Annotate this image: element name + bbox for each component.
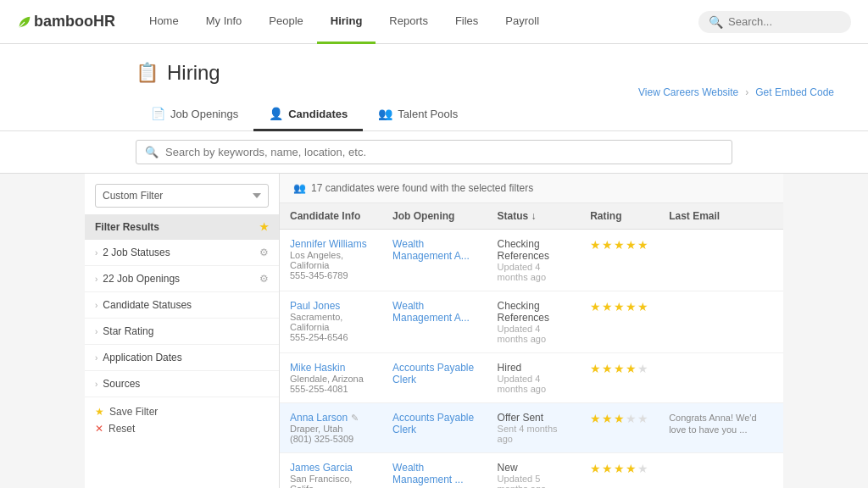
filter-job-openings[interactable]: › 22 Job Openings ⚙ [85, 266, 279, 292]
candidate-phone: 555-345-6789 [290, 270, 372, 280]
reset-label: Reset [108, 423, 135, 435]
candidate-phone: 555-255-4081 [290, 384, 372, 394]
star-1: ★ [590, 300, 601, 313]
filter-star-icon[interactable]: ★ [259, 221, 269, 233]
filter-job-statuses[interactable]: › 2 Job Statuses ⚙ [85, 240, 279, 266]
filter-application-dates[interactable]: › Application Dates [85, 345, 279, 371]
job-link[interactable]: Accounts Payable Clerk [392, 412, 474, 435]
header-separator: › [745, 86, 748, 98]
results-info: 👥 17 candidates were found with the sele… [280, 174, 783, 203]
candidates-table: Candidate Info Job Opening Status ↓ Rati… [280, 203, 783, 488]
filter-candidate-statuses-label: Candidate Statuses [103, 299, 192, 311]
filter-star-rating[interactable]: › Star Rating [85, 319, 279, 345]
star-4: ★ [626, 362, 637, 375]
col-candidate-info: Candidate Info [280, 203, 382, 230]
star-2: ★ [602, 238, 613, 252]
nav-search[interactable]: 🔍 [698, 11, 851, 33]
tab-candidates-label: Candidates [288, 108, 348, 120]
rating-cell: ★★★★★ [580, 403, 659, 453]
main-content: 👥 17 candidates were found with the sele… [280, 174, 783, 488]
chevron-icon-6: › [95, 380, 97, 389]
main-layout: Custom Filter Filter Results ★ › 2 Job S… [0, 174, 868, 488]
job-openings-icon: 📄 [151, 107, 165, 120]
chevron-icon-4: › [95, 327, 97, 336]
custom-filter-select[interactable]: Custom Filter [95, 184, 269, 208]
save-filter-button[interactable]: ★ Save Filter [95, 406, 269, 418]
email-cell [659, 453, 783, 489]
col-job-opening: Job Opening [382, 203, 487, 230]
filter-job-statuses-label: 2 Job Statuses [103, 247, 170, 258]
logo[interactable]: bambooHR [17, 13, 115, 30]
filter-sources[interactable]: › Sources [85, 371, 279, 397]
tab-candidates[interactable]: 👤 Candidates [253, 98, 363, 131]
tab-talent-pools-label: Talent Pools [398, 108, 458, 120]
status-updated: Updated 4 months ago [498, 324, 570, 344]
nav-item-hiring[interactable]: Hiring [317, 0, 376, 44]
nav-search-input[interactable] [728, 15, 847, 28]
page-header: 📋 Hiring 📄 Job Openings 👤 Candidates 👥 T… [0, 44, 868, 131]
filter-results-header: Filter Results ★ [85, 214, 279, 240]
col-status[interactable]: Status ↓ [487, 203, 581, 230]
nav-item-home[interactable]: Home [136, 0, 192, 44]
job-opening-cell: Accounts Payable Clerk [382, 403, 487, 453]
nav-item-myinfo[interactable]: My Info [192, 0, 256, 44]
tab-job-openings-label: Job Openings [170, 108, 238, 120]
email-cell [659, 291, 783, 353]
search-input-wrapper[interactable]: 🔍 [136, 140, 732, 164]
star-4: ★ [626, 412, 637, 425]
filter-candidate-statuses[interactable]: › Candidate Statuses [85, 292, 279, 319]
filter-star-rating-label: Star Rating [103, 325, 153, 337]
job-link[interactable]: Wealth Management ... [392, 462, 463, 485]
star-5: ★ [637, 238, 648, 252]
col-last-email: Last Email [659, 203, 783, 230]
star-3: ★ [614, 462, 625, 475]
nav-item-payroll[interactable]: Payroll [492, 0, 553, 44]
star-1: ★ [590, 412, 601, 425]
candidate-location: Glendale, Arizona [290, 374, 372, 384]
candidate-name[interactable]: Mike Haskin [290, 362, 372, 374]
custom-filter-section: Custom Filter [85, 174, 279, 214]
header-links: View Careers Website › Get Embed Code [638, 86, 834, 98]
filter-gear-icon-2[interactable]: ⚙ [259, 273, 269, 285]
reset-filter-button[interactable]: ✕ Reset [95, 423, 269, 435]
hiring-icon: 📋 [136, 62, 159, 84]
candidate-name[interactable]: Anna Larson ✎ [290, 412, 372, 424]
rating-cell: ★★★★★ [580, 291, 659, 353]
sidebar: Custom Filter Filter Results ★ › 2 Job S… [85, 174, 280, 488]
candidate-name[interactable]: Jennifer Williams [290, 238, 372, 250]
job-link[interactable]: Wealth Management A... [392, 300, 470, 324]
page-title: Hiring [167, 61, 220, 85]
table-row: Anna Larson ✎ Draper, Utah (801) 325-530… [280, 403, 783, 453]
email-cell [659, 230, 783, 291]
star-1: ★ [590, 362, 601, 375]
filter-actions: ★ Save Filter ✕ Reset [85, 397, 279, 443]
candidate-location: Sacramento, California [290, 312, 372, 332]
email-text: Congrats Anna! We'd love to have you ... [669, 413, 756, 435]
candidate-location: Draper, Utah [290, 424, 372, 434]
candidate-name[interactable]: James Garcia [290, 462, 372, 474]
star-2: ★ [602, 300, 613, 313]
candidate-name[interactable]: Paul Jones [290, 300, 372, 312]
nav-item-reports[interactable]: Reports [376, 0, 442, 44]
view-careers-link[interactable]: View Careers Website [638, 86, 738, 98]
logo-leaf-icon [17, 14, 32, 30]
status-updated: Updated 5 months ago [498, 474, 570, 488]
nav-item-files[interactable]: Files [442, 0, 492, 44]
edit-icon[interactable]: ✎ [351, 413, 359, 424]
star-4: ★ [626, 300, 637, 313]
tab-job-openings[interactable]: 📄 Job Openings [136, 98, 253, 131]
filter-gear-icon[interactable]: ⚙ [259, 247, 269, 258]
get-embed-code-link[interactable]: Get Embed Code [755, 86, 834, 98]
nav-item-people[interactable]: People [255, 0, 316, 44]
status-text: Checking References [498, 300, 570, 324]
status-text: Offer Sent [498, 412, 570, 424]
email-cell: Congrats Anna! We'd love to have you ... [659, 403, 783, 453]
star-5: ★ [637, 362, 648, 375]
search-input[interactable] [165, 146, 723, 158]
talent-pools-icon: 👥 [378, 107, 392, 120]
job-link[interactable]: Accounts Payable Clerk [392, 362, 474, 385]
tab-talent-pools[interactable]: 👥 Talent Pools [363, 98, 473, 131]
candidate-location: Los Angeles, California [290, 250, 372, 270]
job-link[interactable]: Wealth Management A... [392, 238, 470, 262]
rating-cell: ★★★★★ [580, 230, 659, 291]
